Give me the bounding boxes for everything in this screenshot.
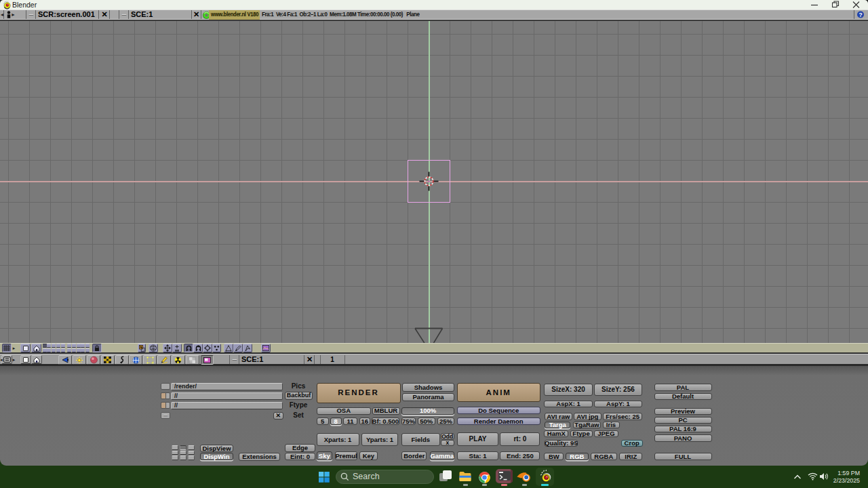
svg-text:?: ? xyxy=(859,12,862,18)
